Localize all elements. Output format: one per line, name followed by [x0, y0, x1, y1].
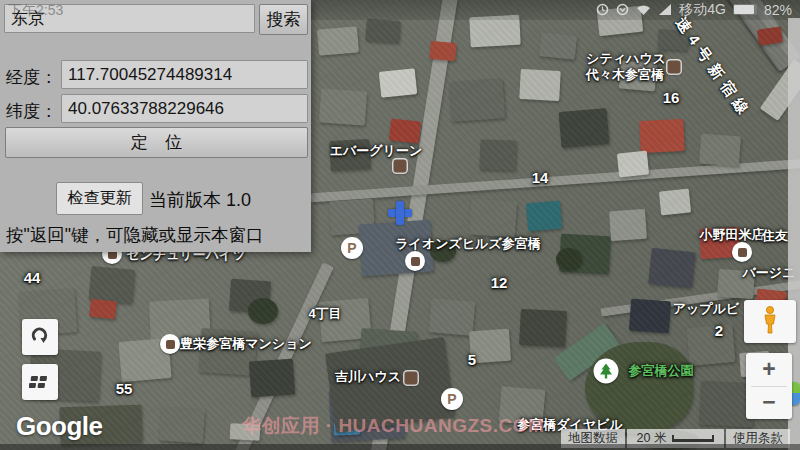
search-input[interactable] [4, 4, 255, 33]
map-label: 5 [468, 351, 476, 368]
park-tree-icon [594, 359, 619, 384]
parking-icon: P [341, 237, 363, 259]
map-label: 参宮橋公園 [629, 362, 694, 380]
layers-button[interactable] [22, 364, 58, 400]
map-label: 吉川ハウス [335, 368, 401, 386]
longitude-label: 经度： [6, 66, 57, 89]
map-label: アップルビ [673, 300, 740, 318]
check-update-button[interactable]: 检查更新 [56, 182, 143, 215]
zoom-control: + − [746, 353, 792, 419]
map-label: 代々木参宮橋 [586, 66, 664, 84]
map-label: 2 [715, 322, 723, 339]
poi-circle-icon [160, 334, 180, 354]
rotate-reset-button[interactable] [22, 319, 58, 355]
scale-bar-icon [672, 435, 714, 442]
pegman-icon [758, 305, 782, 338]
map-label: 4丁目 [308, 305, 341, 323]
map-label: 55 [116, 380, 133, 397]
latitude-input[interactable] [61, 94, 308, 123]
map-label: 豊栄参宮橋マンション [180, 335, 312, 353]
pegman-button[interactable] [744, 300, 796, 343]
crosshair-icon [388, 201, 412, 225]
watermark-text: 华创应用 · HUACHUANGZS.COM [242, 413, 544, 439]
map-label: 14 [532, 169, 549, 186]
zoom-in-button[interactable]: + [746, 353, 792, 386]
app-screen: 速4号新宿線 シティハウス代々木参宮橋16エバーグリーン14ライオンズヒルズ参宮… [0, 0, 800, 450]
latitude-label: 纬度： [6, 100, 57, 123]
locate-button[interactable]: 定 位 [5, 127, 308, 158]
map-label: 住友 [762, 227, 788, 245]
map-label: 16 [663, 89, 680, 106]
map-label: エバーグリーン [330, 142, 423, 160]
layers-icon [29, 370, 51, 395]
tool-panel: 搜索 经度： 纬度： 定 位 检查更新 当前版本 1.0 按"返回"键，可隐藏或… [0, 0, 311, 252]
poi-square-icon [394, 160, 407, 173]
hint-text: 按"返回"键，可隐藏或显示本窗口 [6, 223, 263, 247]
bottom-nav-strip [0, 444, 800, 450]
poi-circle-icon [405, 251, 425, 271]
search-button[interactable]: 搜索 [259, 4, 308, 35]
poi-square-icon [405, 372, 418, 385]
version-text: 当前版本 1.0 [149, 188, 251, 212]
map-label: 12 [491, 274, 508, 291]
google-logo: Google [16, 411, 103, 442]
poi-circle-icon [732, 242, 752, 262]
map-label: 小野田米店 [700, 226, 765, 244]
parking-icon: P [441, 388, 463, 410]
map-label: 44 [24, 269, 41, 286]
longitude-input[interactable] [61, 60, 308, 89]
zoom-out-button[interactable]: − [746, 387, 792, 420]
rotate-icon [29, 325, 51, 350]
poi-square-icon [668, 61, 681, 74]
